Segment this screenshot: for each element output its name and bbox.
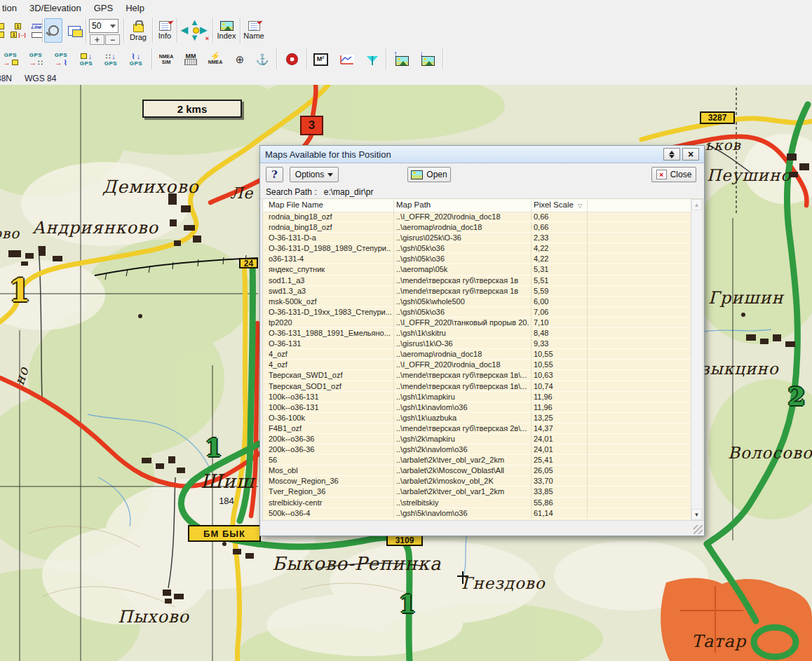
get-route-from-gps-button[interactable]: ⌇↓ GPS bbox=[127, 48, 145, 70]
close-window-button[interactable]: × bbox=[682, 148, 699, 161]
table-row[interactable]: O-36-131..\gisrus\1k\O-369,33 bbox=[263, 339, 692, 349]
arrow-right-icon: → bbox=[3, 60, 11, 66]
cell-name: msk-500k_ozf bbox=[269, 297, 391, 307]
man-overboard-button[interactable] bbox=[282, 48, 302, 70]
table-row[interactable]: Moscow_Region_36..\arbalet\2k\moskov_obl… bbox=[263, 476, 692, 486]
table-row[interactable]: 100k--o36-131..\gsh\1k\mapkiru11,96 bbox=[263, 392, 692, 402]
map-label: Гришин bbox=[708, 288, 784, 308]
table-row[interactable]: 200k--o36-36..\gsh\2k\navlom\o3624,01 bbox=[263, 444, 692, 455]
cell-scale: 55,86 bbox=[534, 498, 584, 508]
send-waypoints-to-gps-button[interactable]: GPS → bbox=[1, 48, 20, 70]
table-row[interactable]: 4_ozf..\aeromap\rodnia_doc1810,55 bbox=[263, 349, 692, 360]
profile-chart-button[interactable] bbox=[337, 48, 358, 70]
cell-path: ..\mende\тверская губ\тверская 2в\... bbox=[396, 423, 529, 434]
column-header-map-file-name[interactable]: Map File Name bbox=[269, 200, 323, 209]
map-label: Волосово bbox=[728, 444, 812, 462]
rollup-button[interactable] bbox=[663, 148, 680, 161]
table-row[interactable]: Mos_obl..\arbalet\2k\Moscow_Oblast\All26… bbox=[263, 465, 692, 476]
table-row[interactable]: 100k--o36-131..\gsh\1k\navlom\o3611,96 bbox=[263, 402, 692, 413]
table-row[interactable]: o36-131-4..\gsh\05k\o364,22 bbox=[263, 254, 692, 264]
cell-name: 200k--o36-36 bbox=[269, 434, 391, 444]
table-row[interactable]: strelbickiy-centr..\strelbitskiy55,86 bbox=[263, 498, 692, 508]
waypoint-page-icon: 1 bbox=[15, 23, 21, 29]
cell-scale: 61,14 bbox=[534, 508, 584, 519]
zoom-in-button[interactable]: + bbox=[90, 34, 104, 45]
send-track-to-gps-button[interactable]: GPS →⸬ bbox=[27, 48, 45, 70]
menu-item-gps[interactable]: GPS bbox=[88, 3, 119, 13]
send-route-to-gps-button[interactable]: GPS →⌇ bbox=[52, 48, 70, 70]
dialog-titlebar[interactable]: Maps Available for this Position × bbox=[260, 146, 704, 163]
position-globe-button[interactable]: ⊕ bbox=[231, 48, 248, 70]
table-row[interactable]: O-36-131_1988_1991_Емельяно.....\gsh\1k\… bbox=[263, 328, 692, 339]
menu-item-help[interactable]: Help bbox=[119, 3, 151, 13]
table-row[interactable]: O-36-131-D_1988_1989_Степури.....\gsh\05… bbox=[263, 243, 692, 254]
load-image-button[interactable]: ↑ bbox=[391, 48, 412, 70]
options-label: Options bbox=[295, 170, 324, 179]
help-button[interactable]: ? bbox=[266, 167, 283, 182]
table-row[interactable]: rodnia_bing18_ozf..\I_OFFR_2020\rodnia_d… bbox=[263, 212, 692, 222]
table-row[interactable]: 4_ozf..\I_OFFR_2020\rodnia_doc1810,55 bbox=[263, 360, 692, 370]
table-row[interactable]: sod1.1_a3..\mende\тверская губ\тверская … bbox=[263, 275, 692, 286]
table-row[interactable]: 200k--o36-36..\gsh\2k\mapkiru24,01 bbox=[263, 434, 692, 444]
map-index-button[interactable]: Index bbox=[215, 18, 238, 43]
cell-path: ..\gsh\1k\navlom\o36 bbox=[396, 402, 529, 413]
map-label: Пеушино bbox=[707, 166, 791, 184]
area-measure-button[interactable]: M² bbox=[311, 48, 330, 70]
waypoint-list-button[interactable]: 1 1|↔| bbox=[8, 18, 27, 43]
column-divider[interactable] bbox=[587, 199, 588, 519]
info-button[interactable]: Info bbox=[154, 18, 175, 43]
table-row[interactable]: rodnia_bing18_ozf..\aeromap\rodnia_doc18… bbox=[263, 222, 692, 233]
filter-button[interactable] bbox=[363, 48, 382, 70]
map-layers-button[interactable] bbox=[65, 18, 83, 43]
table-row[interactable]: swd1.3_a3..\mende\тверская губ\тверская … bbox=[263, 286, 692, 297]
column-divider[interactable] bbox=[531, 199, 532, 519]
anchor-alarm-button[interactable]: ⚓ bbox=[254, 48, 271, 70]
table-row[interactable]: Тверская_SOD1_ozf..\mende\тверская губ\т… bbox=[263, 381, 692, 392]
scroll-up-button[interactable]: ▲ bbox=[691, 199, 702, 210]
table-row[interactable]: O-36-100k..\gsh\1k\uazbuka13,25 bbox=[263, 413, 692, 423]
open-map-button[interactable]: Open bbox=[407, 167, 451, 182]
table-row[interactable]: Tver_Region_36..\arbalet\2k\tver_obl_var… bbox=[263, 486, 692, 497]
cell-name: 4_ozf bbox=[269, 360, 391, 370]
get-track-from-gps-button[interactable]: ⸬↓ GPS bbox=[102, 48, 120, 70]
image-down-icon: ↓ bbox=[419, 53, 435, 66]
vertical-scrollbar[interactable]: ▲ ▼ bbox=[691, 199, 703, 520]
table-row[interactable]: Тверская_SWD1_ozf..\mende\тверская губ\т… bbox=[263, 370, 692, 381]
map-label: Шиш bbox=[201, 470, 255, 492]
zoom-out-button[interactable]: − bbox=[105, 34, 120, 45]
table-row[interactable]: tp2020..\I_OFFR_2020\танковый прорыв 20.… bbox=[263, 318, 692, 328]
column-divider[interactable] bbox=[393, 199, 394, 519]
table-row[interactable]: msk-500k_ozf..\gsh\05k\whole5006,00 bbox=[263, 297, 692, 307]
cell-scale: 9,33 bbox=[534, 339, 584, 349]
menu-item-3d-elevation[interactable]: 3D/Elevation bbox=[23, 3, 88, 13]
table-row[interactable]: яндекс_спутник..\aeromap\05k5,31 bbox=[263, 264, 692, 275]
drag-map-button[interactable]: Drag bbox=[126, 18, 150, 43]
pan-pad-button[interactable]: ▲ ▼ ◀ ▶ × bbox=[179, 18, 211, 43]
table-row[interactable]: O-36-131-D_19xx_1983_Степури.....\gsh\05… bbox=[263, 307, 692, 318]
find-name-button[interactable]: Name bbox=[242, 18, 266, 43]
zoom-level-select[interactable]: 50 bbox=[89, 19, 119, 33]
scroll-down-button[interactable]: ▼ bbox=[691, 509, 702, 520]
nmea-monitor-button[interactable]: ⚡ NMEA bbox=[205, 48, 225, 70]
table-row[interactable]: 500k--o36-4..\gsh\5k\navlom\o3661,14 bbox=[263, 508, 692, 519]
nmea-simulator-button[interactable]: NMEA SIM bbox=[156, 48, 177, 70]
map-label: Гнездово bbox=[461, 574, 546, 592]
track-line-button[interactable]: Line bbox=[27, 18, 46, 43]
table-row[interactable]: 56..\arbalet\2k\tver_obl_var2_2km25,41 bbox=[263, 455, 692, 465]
close-dialog-button[interactable]: × Close bbox=[651, 167, 696, 182]
column-header-pixel-scale[interactable]: Pixel Scale▽ bbox=[534, 200, 582, 209]
sort-indicator-icon: ▽ bbox=[578, 203, 582, 209]
magnifier-icon bbox=[48, 25, 59, 36]
menu-item-partial[interactable]: tion bbox=[0, 3, 23, 13]
get-waypoints-from-gps-button[interactable]: ↓ GPS bbox=[77, 48, 95, 70]
table-row[interactable]: F4B1_ozf..\mende\тверская губ\тверская 2… bbox=[263, 423, 692, 434]
resize-grip[interactable] bbox=[693, 525, 703, 534]
map-scale-bar: 2 kms bbox=[142, 100, 242, 118]
moving-map-button[interactable]: MM bbox=[181, 48, 201, 70]
magnify-tool-button[interactable] bbox=[44, 18, 62, 43]
save-image-button[interactable]: ↓ bbox=[417, 48, 438, 70]
table-row[interactable]: O-36-131-D-a..\gisrus\025k\O-362,33 bbox=[263, 233, 692, 243]
column-header-map-path[interactable]: Map Path bbox=[396, 200, 431, 209]
gps-toolbar: GPS → GPS →⸬ GPS →⌇ ↓ GPS ⸬↓ GPS ⌇↓ GPS … bbox=[0, 46, 812, 73]
options-button[interactable]: Options bbox=[290, 167, 339, 182]
